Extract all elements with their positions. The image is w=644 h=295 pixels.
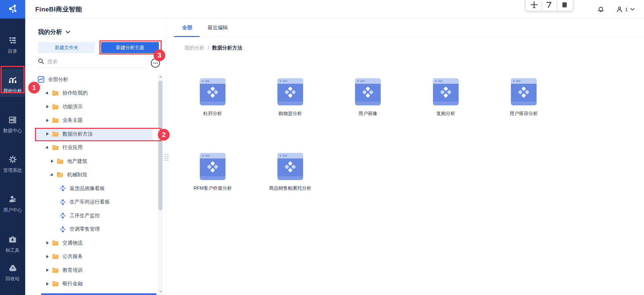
folder-icon xyxy=(52,254,59,259)
analysis-tree-panel: 我的分析 新建文件夹 新建分析主题 xyxy=(25,19,167,295)
sidebar-item-management[interactable]: 管理系统 xyxy=(0,155,25,174)
left-rail: 目录 我的分析 数据中心 xyxy=(0,19,25,295)
tree-collapsed-arrow-icon[interactable] xyxy=(46,105,49,108)
folder-open-icon xyxy=(57,172,63,178)
sidebar-item-label: 回收站 xyxy=(6,276,20,282)
analysis-card-user-profile[interactable]: 用户画像 xyxy=(341,78,395,117)
sidebar-item-user-center[interactable]: 用户中心 xyxy=(0,195,25,213)
tree-expanded-arrow-icon[interactable] xyxy=(46,91,49,95)
tree-row-real-estate[interactable]: 地产建筑 xyxy=(25,154,167,168)
tree-row-returned-goods-dashboard[interactable]: 返货品画像看板 xyxy=(25,182,167,195)
tree-collapsed-arrow-icon[interactable] xyxy=(46,119,49,122)
tree-row-transport-logistics[interactable]: 交通物流 xyxy=(25,236,167,250)
tab-bar: 全部 最近编辑 xyxy=(167,19,644,37)
tree-row-public-services[interactable]: 公共服务 xyxy=(25,250,167,264)
breadcrumb-parent[interactable]: 我的分析 xyxy=(184,45,205,51)
tree-collapsed-arrow-icon[interactable] xyxy=(46,255,49,258)
new-folder-button[interactable]: 新建文件夹 xyxy=(38,42,95,53)
tree-row-label: 交通物流 xyxy=(62,240,83,246)
sidebar-item-label: 用户中心 xyxy=(3,207,22,213)
tree-collapsed-arrow-icon[interactable] xyxy=(46,282,49,286)
tree-row-industry-applications[interactable]: 行业应用 xyxy=(25,141,167,155)
all-analysis-chart-icon xyxy=(38,76,44,83)
tree-row-label: 返货品画像看板 xyxy=(70,185,105,192)
sidebar-item-label: 管理系统 xyxy=(3,168,22,174)
tree-row-all-analysis[interactable]: 全部分析 xyxy=(25,73,167,86)
tree-row-education-training[interactable]: 教育培训 xyxy=(25,263,167,277)
sidebar-item-my-analysis[interactable]: 我的分析 xyxy=(0,76,25,94)
tree-scrollbar[interactable] xyxy=(158,73,163,295)
panel-resize-handle[interactable] xyxy=(164,152,169,162)
sidebar-item-label: 我的分析 xyxy=(3,88,22,94)
user-menu[interactable]: 1 xyxy=(616,6,635,13)
shape-tool-icon[interactable] xyxy=(560,0,569,9)
active-tab-underline xyxy=(174,36,200,37)
tree-row-label: 空调零售管理 xyxy=(70,226,100,232)
tree-expanded-arrow-icon[interactable] xyxy=(46,146,49,149)
tree-row-label: 功能演示 xyxy=(62,104,83,110)
breadcrumb-separator: / xyxy=(208,45,209,51)
analysis-card-retention[interactable]: 用户留存分析 xyxy=(497,78,551,117)
app-title: FineBI商业智能 xyxy=(35,0,82,19)
analysis-theme-thumbnail xyxy=(433,78,459,105)
sidebar-item-label: 目录 xyxy=(8,48,17,54)
main-content: 全部 最近编辑 我的分析 / 数据分析方法 xyxy=(167,19,644,295)
tree-expanded-arrow-icon[interactable] xyxy=(50,173,54,177)
finebi-app: FineBI商业智能 1 xyxy=(0,0,644,295)
user-center-icon xyxy=(8,195,17,205)
share-nodes-icon xyxy=(7,3,18,16)
chevron-down-icon xyxy=(630,8,635,11)
tree-row-machinery[interactable]: 机械制造 xyxy=(25,168,167,182)
recycle-icon xyxy=(9,264,17,273)
notification-bell-icon[interactable] xyxy=(597,5,605,13)
tree-row-process-monitoring[interactable]: 工序生产监控 xyxy=(25,209,167,223)
scroll-down-icon[interactable] xyxy=(159,291,162,293)
sidebar-item-recycle-bin[interactable]: 回收站 xyxy=(0,264,25,282)
panel-title[interactable]: 我的分析 xyxy=(38,28,70,36)
card-label: 用户留存分析 xyxy=(510,111,538,117)
panel-title-text: 我的分析 xyxy=(38,28,62,36)
tree-row-label: 地产建筑 xyxy=(67,158,87,164)
gear-icon xyxy=(9,155,17,165)
pen-tool-icon[interactable] xyxy=(545,0,554,9)
move-tool-icon[interactable] xyxy=(530,0,539,9)
annotation-badge-2: 2 xyxy=(158,129,170,141)
tree-row-banking-finance[interactable]: 银行金融 xyxy=(25,277,167,291)
tree-row-shared-with-me[interactable]: 协作给我的 xyxy=(25,86,167,100)
analysis-card-dupont[interactable]: 杜邦分析 xyxy=(186,78,240,117)
tree-horizontal-scrollbar-thumb[interactable] xyxy=(41,293,157,295)
tree-row-business-themes[interactable]: 业务主题 xyxy=(25,114,167,127)
tree-row-aircon-retail[interactable]: 空调零售管理 xyxy=(25,223,167,236)
sidebar-item-data-center[interactable]: 数据中心 xyxy=(0,116,25,134)
sidebar-item-directory[interactable]: 目录 xyxy=(0,36,25,54)
tree-row-feature-demo[interactable]: 功能演示 xyxy=(25,100,167,114)
tree-row-label: 全部分析 xyxy=(48,76,68,83)
tree-row-data-analysis-methods[interactable]: 数据分析方法 xyxy=(25,127,167,141)
new-analysis-subject-button[interactable]: 新建分析主题 xyxy=(101,42,159,53)
pinwheel-logo-icon xyxy=(207,161,218,174)
tree-collapsed-arrow-icon[interactable] xyxy=(46,241,49,245)
tree-collapsed-arrow-icon[interactable] xyxy=(46,132,49,136)
analysis-card-repurchase[interactable]: 复购分析 xyxy=(419,78,473,117)
analysis-card-pareto[interactable]: 商品销售帕累托分析 xyxy=(263,153,317,191)
search-input[interactable] xyxy=(47,59,138,64)
folder-icon xyxy=(52,267,59,273)
tab-all[interactable]: 全部 xyxy=(182,25,192,31)
theme-icon xyxy=(60,213,66,219)
tree-row-workshop-dashboard[interactable]: 生产车间运行看板 xyxy=(25,195,167,209)
pinwheel-logo-icon xyxy=(285,161,296,174)
folder-icon xyxy=(52,104,59,110)
finebi-logo[interactable] xyxy=(0,0,25,19)
analysis-tree: 全部分析 协作给我的 功能演示 xyxy=(25,73,167,295)
tab-recently-edited[interactable]: 最近编辑 xyxy=(208,25,228,31)
analysis-card-basket[interactable]: 购物篮分析 xyxy=(263,78,317,117)
tree-collapsed-arrow-icon[interactable] xyxy=(50,159,54,163)
card-label: 杜邦分析 xyxy=(203,111,222,117)
scroll-up-icon[interactable] xyxy=(159,75,162,78)
card-label: 商品销售帕累托分析 xyxy=(269,185,311,191)
tree-collapsed-arrow-icon[interactable] xyxy=(46,268,49,272)
analysis-card-rfm[interactable]: RFM客户价值分析 xyxy=(186,153,240,191)
card-label: 用户画像 xyxy=(358,111,377,117)
scrollbar-thumb[interactable] xyxy=(159,81,162,210)
sidebar-item-bi-tools[interactable]: BI工具 xyxy=(0,235,25,254)
